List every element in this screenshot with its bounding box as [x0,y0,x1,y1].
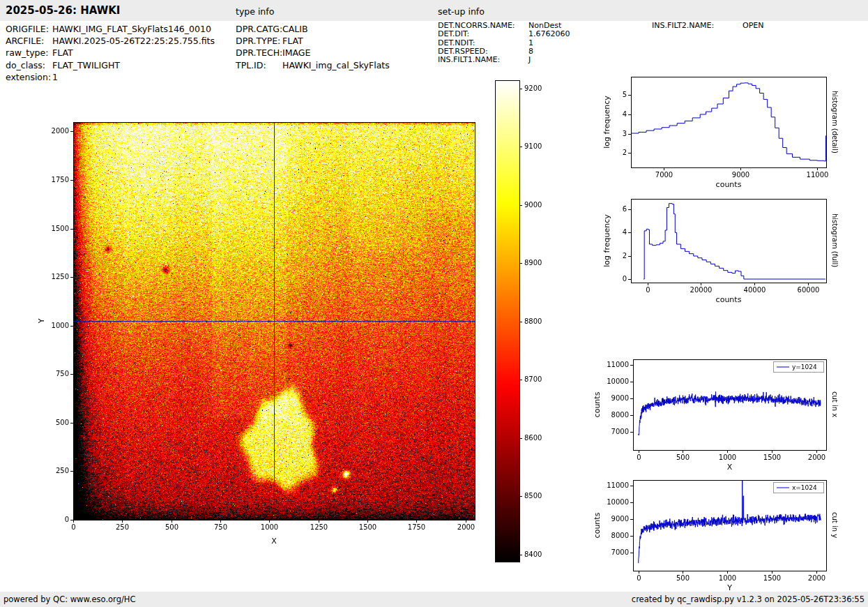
meta-value: HAWKI_IMG_FLAT_SkyFlats146_0010 [52,24,211,34]
raw-image-plot [14,84,523,572]
meta-label: DPR.TYPE: [236,35,282,47]
meta-row: do_class:FLAT_TWILIGHT [6,59,215,71]
cut-in-x-side-label: cut in x [829,359,839,450]
page-title: 2025-05-26: HAWKI [6,4,120,17]
meta-row: INS.FILT2.NAME:OPEN [652,22,763,30]
meta-value: CALIB [282,24,308,34]
meta-value: FLAT [52,47,73,58]
setup-info-column-2: INS.FILT2.NAME:OPEN [652,22,763,30]
meta-label: TPL.ID: [236,59,282,71]
type-info-label: type info [236,6,274,17]
meta-row: INS.FILT1.NAME:J [438,56,570,64]
histogram-detail-side-label: histogram (detail) [829,77,839,167]
histogram-full-plot [589,187,840,320]
colorbar [492,77,558,565]
meta-value: J [528,55,531,64]
meta-label: DPR.CATG: [236,23,282,35]
meta-label: DET.DIT: [438,30,528,38]
meta-row: DET.DIT:1.6762060 [438,30,570,38]
meta-row: DPR.TYPE:FLAT [236,35,390,47]
meta-row: ORIGFILE:HAWKI_IMG_FLAT_SkyFlats146_0010 [6,23,215,35]
setup-info-column: DET.NCORRS.NAME:NonDest DET.DIT:1.676206… [438,22,570,64]
histogram-detail-plot [589,64,840,197]
meta-value: FLAT [282,36,303,46]
meta-row: DPR.TECH:IMAGE [236,47,390,59]
meta-row: extension:1 [6,71,215,83]
cut-in-y-side-label: cut in y [829,480,839,571]
meta-row: raw_type:FLAT [6,47,215,59]
meta-value: HAWKI.2025-05-26T22:25:25.755.fits [52,36,215,46]
meta-row: DPR.CATG:CALIB [236,23,390,35]
meta-value: 1.6762060 [528,29,570,38]
meta-value: 8 [528,47,533,56]
setup-info-label: set-up info [438,6,485,17]
meta-label: do_class: [6,59,52,71]
meta-value: NonDest [528,21,561,30]
meta-label: raw_type: [6,47,52,59]
header-bar: 2025-05-26: HAWKI type info set-up info [0,0,868,21]
footer-bar: powered by QC: www.eso.org/HC created by… [0,592,868,607]
cut-in-y-plot [589,468,840,602]
meta-value: HAWKI_img_cal_SkyFlats [282,60,390,70]
meta-label: INS.FILT2.NAME: [652,22,743,30]
file-info-column: ORIGFILE:HAWKI_IMG_FLAT_SkyFlats146_0010… [6,23,215,83]
meta-label: INS.FILT1.NAME: [438,56,528,64]
meta-value: IMAGE [282,47,310,58]
type-info-column: DPR.CATG:CALIB DPR.TYPE:FLAT DPR.TECH:IM… [236,23,390,71]
cut-in-x-plot [589,347,840,481]
meta-label: extension: [6,71,52,83]
meta-value: 1 [528,38,533,47]
footer-left-text: powered by QC: www.eso.org/HC [3,594,135,604]
footer-right-text: created by qc_rawdisp.py v1.2.3 on 2025-… [632,594,865,604]
meta-value: 1 [52,72,58,82]
meta-row: ARCFILE:HAWKI.2025-05-26T22:25:25.755.fi… [6,35,215,47]
meta-row: TPL.ID:HAWKI_img_cal_SkyFlats [236,59,390,71]
meta-label: ORIGFILE: [6,23,52,35]
meta-label: DPR.TECH: [236,47,282,59]
meta-label: ARCFILE: [6,35,52,47]
meta-value: FLAT_TWILIGHT [52,60,120,70]
histogram-full-side-label: histogram (full) [829,199,839,283]
meta-value: OPEN [743,21,763,30]
